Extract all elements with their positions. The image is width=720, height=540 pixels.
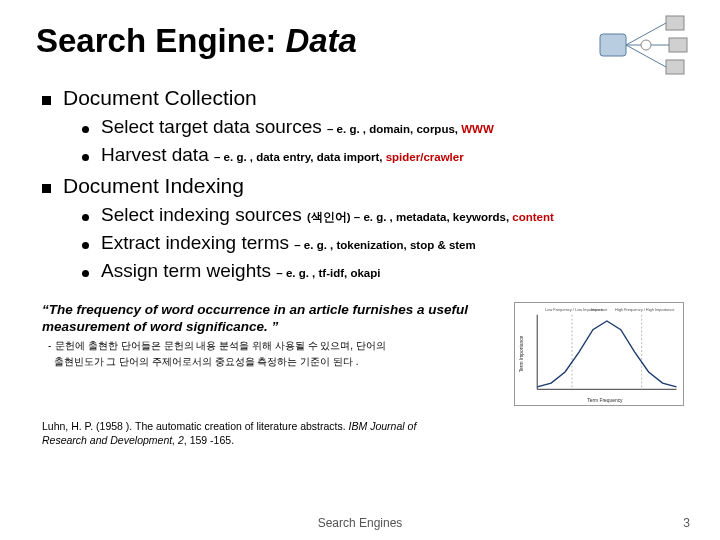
content-outline: Document Collection Select target data s…: [36, 86, 684, 282]
bullet-square-icon: [42, 96, 51, 105]
title-main: Search Engine:: [36, 22, 285, 59]
item-text: Select target data sources – e. g. , dom…: [101, 116, 494, 138]
footer-text: Search Engines: [0, 516, 720, 530]
item-text: Harvest data – e. g. , data entry, data …: [101, 144, 464, 166]
svg-text:High Frequency / High Importan: High Frequency / High Importance: [615, 307, 675, 312]
title-emph: Data: [285, 22, 357, 59]
item-text: Assign term weights – e. g. , tf-idf, ok…: [101, 260, 380, 282]
slide-title: Search Engine: Data: [36, 22, 684, 60]
bullet-disc-icon: [82, 270, 89, 277]
korean-note: -문헌에 출현한 단어들은 문헌의 내용 분석을 위해 사용될 수 있으며, 단…: [48, 338, 502, 370]
svg-text:Term Frequency: Term Frequency: [587, 398, 623, 403]
network-diagram-figure: [596, 14, 696, 78]
page-number: 3: [683, 516, 690, 530]
svg-rect-3: [666, 60, 684, 74]
quote-text: “The frequency of word occurrence in an …: [42, 302, 502, 336]
luhn-curve-chart: Term FrequencyTerm ImportanceLow Frequen…: [514, 302, 684, 406]
item-text: Select indexing sources (색인어) – e. g. , …: [101, 204, 554, 226]
section-heading: Document Indexing: [63, 174, 244, 198]
section-heading: Document Collection: [63, 86, 257, 110]
bullet-square-icon: [42, 184, 51, 193]
bullet-disc-icon: [82, 154, 89, 161]
item-text: Extract indexing terms – e. g. , tokeniz…: [101, 232, 476, 254]
svg-text:Important: Important: [591, 307, 608, 312]
svg-point-7: [641, 40, 651, 50]
bullet-disc-icon: [82, 242, 89, 249]
svg-rect-1: [666, 16, 684, 30]
bullet-disc-icon: [82, 214, 89, 221]
svg-text:Term Importance: Term Importance: [519, 335, 524, 372]
svg-rect-0: [600, 34, 626, 56]
citation: Luhn, H. P. (1958 ). The automatic creat…: [42, 420, 462, 447]
bullet-disc-icon: [82, 126, 89, 133]
svg-rect-2: [669, 38, 687, 52]
